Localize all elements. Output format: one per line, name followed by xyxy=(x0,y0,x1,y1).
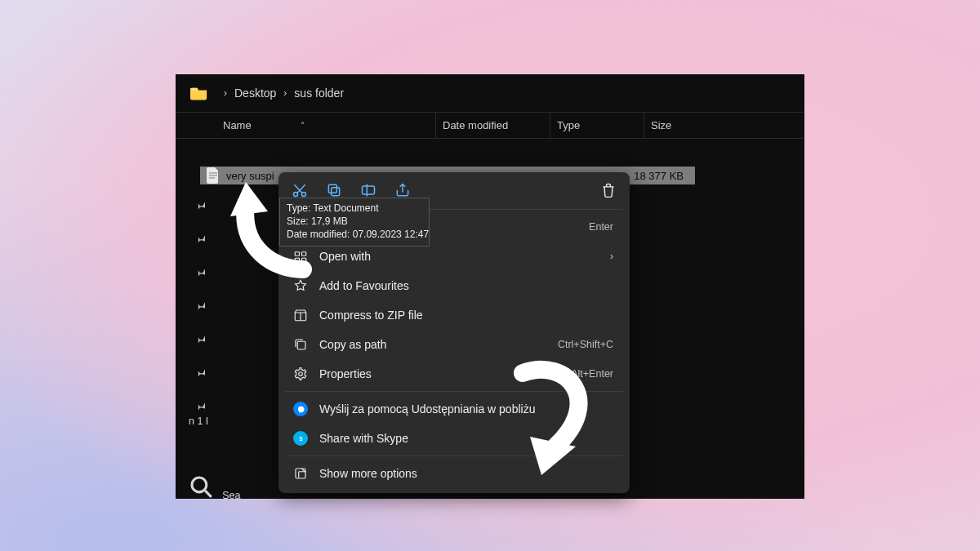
svg-rect-10 xyxy=(295,258,299,262)
svg-rect-8 xyxy=(295,252,299,256)
cut-icon[interactable] xyxy=(292,182,308,198)
sort-asc-icon: ˄ xyxy=(301,121,305,130)
file-size: 18 377 KB xyxy=(621,170,695,182)
menu-copy-path-hint: Ctrl+Shift+C xyxy=(558,339,613,350)
share-icon[interactable] xyxy=(394,182,411,198)
svg-point-13 xyxy=(299,372,303,376)
file-tooltip: Type: Text Document Size: 17,9 MB Date m… xyxy=(279,198,430,247)
star-icon xyxy=(293,278,308,293)
menu-props-hint: Alt+Enter xyxy=(571,368,613,380)
breadcrumb[interactable]: › Desktop › sus folder xyxy=(176,74,804,112)
file-explorer-window: › Desktop › sus folder Name ˄ Date modif… xyxy=(176,74,804,499)
pin-icon xyxy=(195,233,207,244)
sidebar-search-row[interactable]: Sea xyxy=(189,474,215,503)
column-date[interactable]: Date modified xyxy=(435,113,550,138)
column-type-label: Type xyxy=(557,119,580,131)
pin-icon xyxy=(195,300,207,311)
menu-add-favourites[interactable]: Add to Favourites xyxy=(282,271,626,300)
chevron-right-icon: › xyxy=(283,87,287,99)
column-type[interactable]: Type xyxy=(550,113,644,138)
text-file-icon xyxy=(207,167,220,184)
properties-icon xyxy=(293,367,308,381)
menu-share-skype[interactable]: S Share with Skype xyxy=(282,424,626,453)
menu-open-hint: Enter xyxy=(589,221,613,233)
open-with-icon xyxy=(293,249,308,264)
menu-properties[interactable]: Properties Alt+Enter xyxy=(282,359,626,389)
menu-separator xyxy=(285,455,623,456)
sidebar-truncated-row[interactable]: n 1 I xyxy=(189,415,208,427)
menu-open-with-label: Open with xyxy=(319,250,610,263)
menu-skype-label: Share with Skype xyxy=(319,432,613,445)
svg-point-3 xyxy=(302,193,306,197)
tooltip-type: Type: Text Document xyxy=(287,202,422,215)
svg-rect-9 xyxy=(302,252,306,256)
pin-icon xyxy=(195,400,207,411)
pin-icon xyxy=(195,266,207,278)
pin-icon xyxy=(195,199,207,211)
column-size-label: Size xyxy=(651,119,671,131)
nearby-share-icon xyxy=(293,402,308,416)
svg-rect-4 xyxy=(332,188,340,196)
pin-icon xyxy=(195,333,207,344)
svg-rect-11 xyxy=(302,258,306,262)
menu-separator xyxy=(285,391,623,392)
menu-copy-path-label: Copy as path xyxy=(319,338,558,351)
menu-nearby-label: Wyślij za pomocą Udostępniania w pobliżu xyxy=(319,402,613,415)
skype-icon: S xyxy=(293,431,308,446)
copy-path-icon xyxy=(293,337,308,352)
svg-point-2 xyxy=(294,193,298,197)
rename-icon[interactable] xyxy=(360,182,376,198)
svg-point-0 xyxy=(192,478,207,492)
svg-rect-5 xyxy=(328,184,336,193)
menu-nearby-share[interactable]: Wyślij za pomocą Udostępniania w pobliżu xyxy=(282,394,626,424)
delete-icon[interactable] xyxy=(600,182,617,198)
column-date-label: Date modified xyxy=(443,119,508,131)
column-headers: Name ˄ Date modified Type Size xyxy=(176,112,804,139)
chevron-right-icon: › xyxy=(224,87,227,99)
copy-icon[interactable] xyxy=(326,182,342,198)
search-icon xyxy=(189,491,215,503)
svg-text:S: S xyxy=(299,435,303,441)
svg-rect-15 xyxy=(296,469,305,478)
column-size[interactable]: Size xyxy=(644,113,804,138)
column-name[interactable]: Name ˄ xyxy=(176,119,435,131)
breadcrumb-desktop[interactable]: Desktop xyxy=(234,87,276,100)
menu-zip-label: Compress to ZIP file xyxy=(319,309,613,322)
pin-icon xyxy=(195,367,207,378)
menu-props-label: Properties xyxy=(319,367,571,380)
menu-compress-zip[interactable]: Compress to ZIP file xyxy=(282,300,626,330)
chevron-right-icon: › xyxy=(610,251,613,262)
menu-copy-path[interactable]: Copy as path Ctrl+Shift+C xyxy=(282,330,626,359)
sidebar-search-label: Sea xyxy=(222,490,240,501)
zip-icon xyxy=(293,308,308,322)
svg-rect-6 xyxy=(363,186,375,194)
menu-fav-label: Add to Favourites xyxy=(319,279,613,292)
svg-line-1 xyxy=(205,491,212,497)
tooltip-date: Date modified: 07.09.2023 12:47 xyxy=(287,228,422,241)
menu-show-more-options[interactable]: Show more options xyxy=(282,459,626,488)
column-name-label: Name xyxy=(223,119,252,131)
menu-more-label: Show more options xyxy=(319,467,613,480)
breadcrumb-folder[interactable]: sus folder xyxy=(294,87,344,100)
more-options-icon xyxy=(293,466,308,481)
svg-rect-12 xyxy=(297,341,305,349)
folder-icon xyxy=(190,86,208,100)
tooltip-size: Size: 17,9 MB xyxy=(287,215,422,228)
quick-access-pins xyxy=(195,199,207,411)
